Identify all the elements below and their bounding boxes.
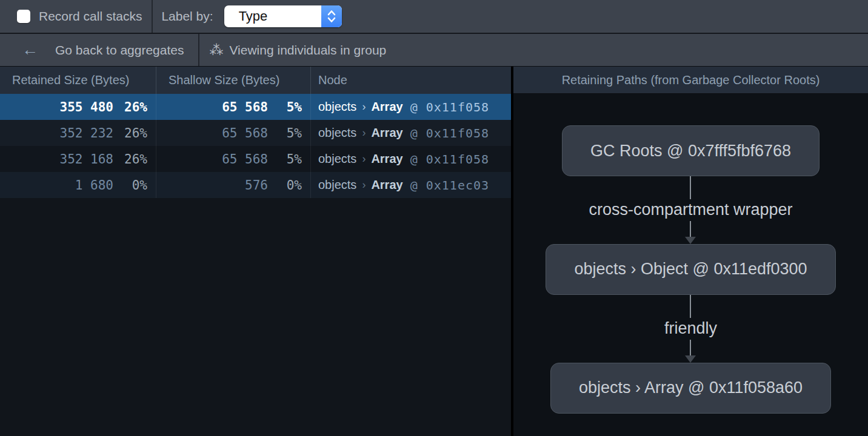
label-by-label: Label by: xyxy=(161,9,213,24)
arrow-down-icon xyxy=(685,237,696,244)
chevron-right-icon: › xyxy=(362,153,366,165)
individuals-table: Retained Size (Bytes) Shallow Size (Byte… xyxy=(0,67,511,436)
edge-line xyxy=(690,295,691,318)
label-by-select[interactable]: Type xyxy=(224,5,342,27)
shallow-value: 65 568 xyxy=(222,126,268,140)
retained-percent: 26% xyxy=(113,152,156,167)
retaining-paths-title: Retaining Paths (from Garbage Collector … xyxy=(513,67,868,94)
node-address: @ 0x11ec03 xyxy=(410,178,489,193)
node-path: objects xyxy=(318,178,356,192)
edge-line xyxy=(690,176,691,199)
retained-percent: 26% xyxy=(113,126,156,140)
chevron-right-icon: › xyxy=(362,101,366,113)
shallow-percent: 0% xyxy=(268,178,310,193)
back-arrow-icon[interactable]: ← xyxy=(22,42,38,58)
graph-node-array[interactable]: objects › Array @ 0x11f058a60 xyxy=(550,363,831,414)
node-path: objects xyxy=(318,126,356,140)
retained-size-cell: 352 168 26% xyxy=(0,146,156,172)
retained-value: 355 480 xyxy=(59,100,113,114)
table-row[interactable]: 352 232 26% 65 568 5% objects › Array @ … xyxy=(0,120,511,146)
shallow-percent: 5% xyxy=(268,100,310,114)
table-row[interactable]: 352 168 26% 65 568 5% objects › Array @ … xyxy=(0,146,511,172)
shallow-percent: 5% xyxy=(268,126,310,140)
node-cell: objects › Array @ 0x11f058 xyxy=(311,94,511,120)
chevron-right-icon: › xyxy=(362,179,366,191)
retained-value: 1 680 xyxy=(75,178,113,193)
retained-value: 352 168 xyxy=(59,152,113,167)
go-back-to-aggregates-button[interactable]: Go back to aggregates xyxy=(55,43,184,58)
arrow-down-icon xyxy=(685,355,696,363)
retained-value: 352 232 xyxy=(59,126,113,140)
column-header-retained-size[interactable]: Retained Size (Bytes) xyxy=(0,67,156,94)
edge-label: friendly xyxy=(664,319,717,339)
label-by-selected-value: Type xyxy=(224,8,268,24)
asterism-icon: ⁂ xyxy=(209,43,223,57)
graph-node-object[interactable]: objects › Object @ 0x11edf0300 xyxy=(546,244,835,295)
node-type: Array xyxy=(371,126,402,140)
toolbar-separator xyxy=(152,0,153,33)
memory-tool-window: Record call stacks Label by: Type ← Go b… xyxy=(0,0,868,436)
retained-size-cell: 355 480 26% xyxy=(0,94,156,120)
shallow-value: 65 568 xyxy=(222,100,268,114)
node-path: objects xyxy=(318,100,356,114)
retaining-paths-panel: Retaining Paths (from Garbage Collector … xyxy=(513,67,868,436)
retained-size-cell: 352 232 26% xyxy=(0,120,156,146)
edge-label: cross-compartment wrapper xyxy=(589,200,792,220)
record-call-stacks-checkbox[interactable] xyxy=(17,10,30,23)
shallow-value: 576 xyxy=(245,178,268,193)
edge-line xyxy=(690,340,691,355)
shallow-size-cell: 65 568 5% xyxy=(156,94,311,120)
table-row[interactable]: 1 680 0% 576 0% objects › Array @ 0x11ec… xyxy=(0,172,511,198)
shallow-value: 65 568 xyxy=(222,152,268,167)
shallow-size-cell: 576 0% xyxy=(156,172,311,198)
graph-edge: friendly xyxy=(664,295,717,363)
shallow-size-cell: 65 568 5% xyxy=(156,146,311,172)
node-address: @ 0x11f058 xyxy=(410,100,489,114)
retaining-paths-graph: GC Roots @ 0x7fff5fbf6768 cross-compartm… xyxy=(513,94,868,436)
toolbar-separator xyxy=(198,34,199,66)
retained-percent: 26% xyxy=(113,100,156,114)
node-path: objects xyxy=(318,152,356,166)
node-cell: objects › Array @ 0x11ec03 xyxy=(311,172,511,198)
graph-node-gc-roots[interactable]: GC Roots @ 0x7fff5fbf6768 xyxy=(562,125,820,176)
shallow-percent: 5% xyxy=(268,152,310,167)
chevron-right-icon: › xyxy=(362,127,366,139)
top-toolbar: Record call stacks Label by: Type xyxy=(0,0,868,34)
main-content: Retained Size (Bytes) Shallow Size (Byte… xyxy=(0,67,868,436)
table-header-row: Retained Size (Bytes) Shallow Size (Byte… xyxy=(0,67,511,94)
viewing-individuals-label: Viewing individuals in group xyxy=(229,43,386,58)
node-type: Array xyxy=(371,178,402,192)
column-header-shallow-size[interactable]: Shallow Size (Bytes) xyxy=(156,67,311,94)
node-cell: objects › Array @ 0x11f058 xyxy=(311,146,511,172)
table-row[interactable]: 355 480 26% 65 568 5% objects › Array @ … xyxy=(0,94,511,120)
retained-percent: 0% xyxy=(113,178,156,193)
column-header-node[interactable]: Node xyxy=(311,67,511,94)
graph-edge: cross-compartment wrapper xyxy=(589,176,792,244)
node-type: Array xyxy=(371,152,402,166)
shallow-size-cell: 65 568 5% xyxy=(156,120,311,146)
node-type: Array xyxy=(371,100,402,114)
select-stepper-icon xyxy=(321,5,342,27)
sub-toolbar: ← Go back to aggregates ⁂ Viewing indivi… xyxy=(0,34,868,67)
record-call-stacks-label: Record call stacks xyxy=(39,9,142,24)
node-address: @ 0x11f058 xyxy=(410,152,489,167)
node-cell: objects › Array @ 0x11f058 xyxy=(311,120,511,146)
retained-size-cell: 1 680 0% xyxy=(0,172,156,198)
node-address: @ 0x11f058 xyxy=(410,126,489,140)
edge-line xyxy=(690,221,691,237)
